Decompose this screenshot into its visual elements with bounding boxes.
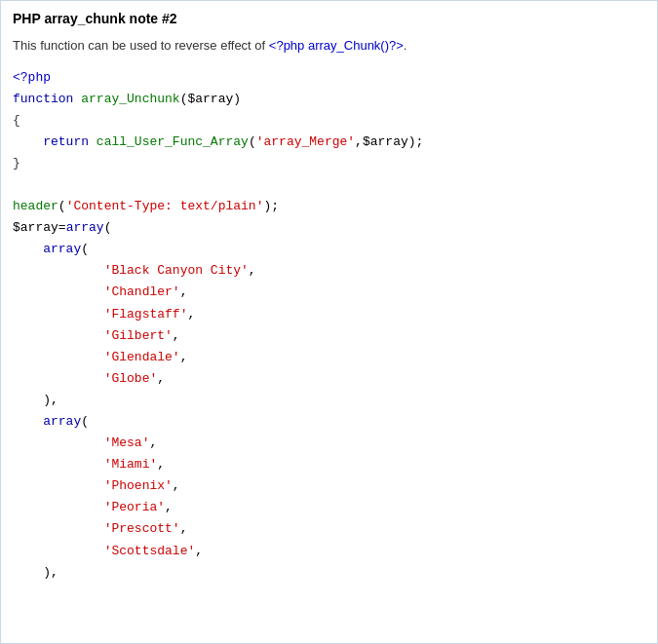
code-line-22: 'Scottsdale',	[13, 541, 645, 562]
code-line-4: return call_User_Func_Array('array_Merge…	[13, 132, 645, 153]
code-line-5: }	[13, 153, 645, 174]
code-line-3: {	[13, 110, 645, 132]
code-line-2: function array_Unchunk($array)	[13, 89, 645, 110]
code-line-1: <?php	[13, 67, 645, 89]
code-line-23: ),	[13, 562, 645, 584]
code-line-18: 'Miami',	[13, 454, 645, 475]
page-description: This function can be used to reverse eff…	[13, 36, 645, 56]
code-line-14: 'Globe',	[13, 368, 645, 390]
code-line-13: 'Glendale',	[13, 347, 645, 368]
code-line-15: ),	[13, 390, 645, 411]
description-code: <?php array_Chunk()?>	[269, 38, 404, 53]
page-title: PHP array_chunk note #2	[13, 11, 645, 26]
code-line-21: 'Prescott',	[13, 518, 645, 540]
code-line-10: 'Chandler',	[13, 282, 645, 303]
code-line-11: 'Flagstaff',	[13, 304, 645, 325]
code-line-8: array(	[13, 239, 645, 260]
code-line-blank1	[13, 174, 645, 196]
code-line-17: 'Mesa',	[13, 433, 645, 454]
code-line-19: 'Phoenix',	[13, 475, 645, 497]
code-line-12: 'Gilbert',	[13, 325, 645, 347]
code-line-9: 'Black Canyon City',	[13, 260, 645, 282]
code-block: <?php function array_Unchunk($array) { r…	[13, 67, 645, 584]
code-line-20: 'Peoria',	[13, 497, 645, 518]
code-line-16: array(	[13, 411, 645, 433]
description-text: This function can be used to reverse eff…	[13, 38, 269, 53]
code-line-7: $array=array(	[13, 217, 645, 239]
main-container: PHP array_chunk note #2 This function ca…	[0, 0, 658, 644]
description-period: .	[404, 38, 407, 53]
code-line-6: header('Content-Type: text/plain');	[13, 196, 645, 217]
